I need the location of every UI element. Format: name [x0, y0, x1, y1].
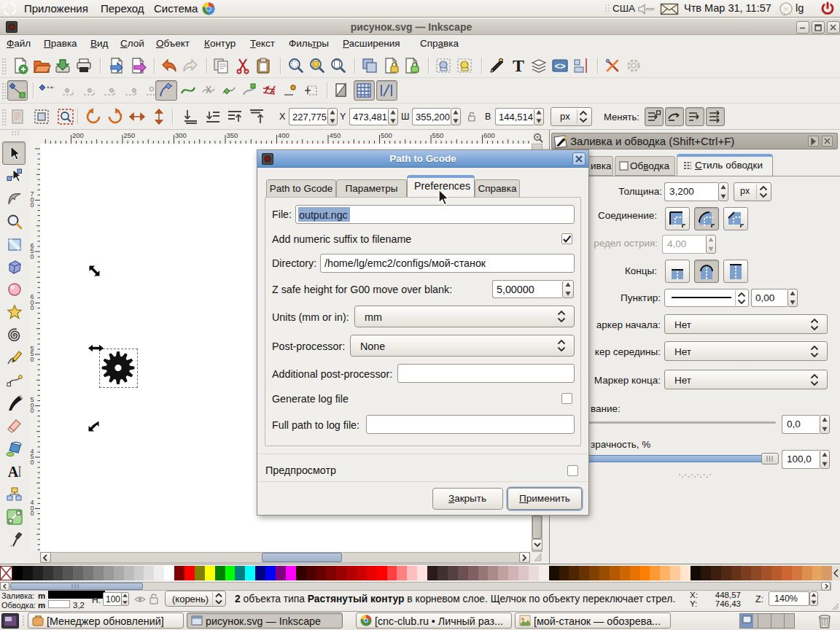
- svg-text:A: A: [8, 464, 19, 480]
